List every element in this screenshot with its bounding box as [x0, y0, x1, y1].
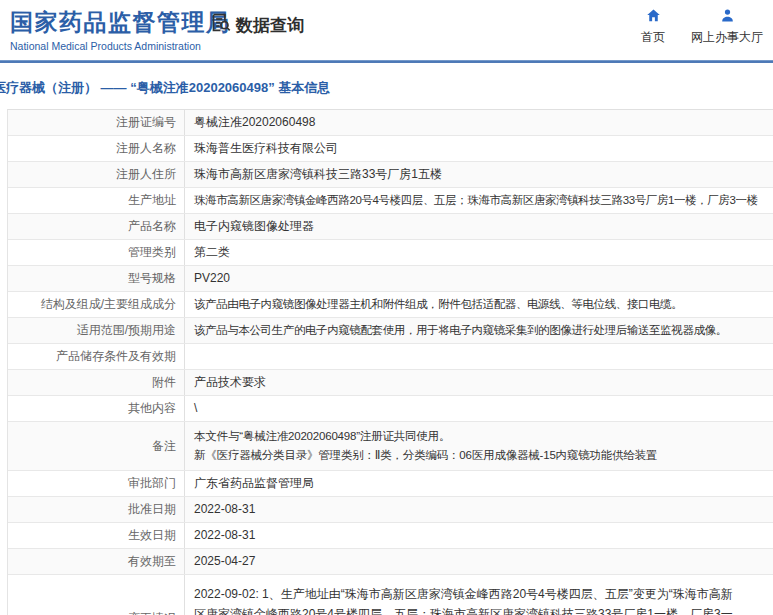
- row-label: 有效期至: [8, 549, 185, 574]
- row-value: 该产品由电子内窥镜图像处理器主机和附件组成，附件包括适配器、电源线、等电位线、接…: [185, 292, 773, 317]
- registration-info-table: 注册证编号 粤械注准20202060498 注册人名称 珠海普生医疗科技有限公司…: [7, 109, 773, 615]
- row-value: 本文件与“粤械注准20202060498”注册证共同使用。 新《医疗器械分类目录…: [185, 422, 773, 470]
- row-value: 珠海普生医疗科技有限公司: [185, 136, 773, 161]
- row-value: 该产品与本公司生产的电子内窥镜配套使用，用于将电子内窥镜采集到的图像进行处理后输…: [185, 318, 773, 343]
- row-label: 生产地址: [8, 188, 185, 213]
- row-value: [185, 344, 773, 369]
- row-label: 注册证编号: [8, 110, 185, 135]
- nav-home-label: 首页: [641, 29, 665, 46]
- row-label: 产品名称: [8, 214, 185, 239]
- header-nav: 首页 网上办事大厅: [641, 8, 763, 46]
- site-header: 国家药品监督管理局 National Medical Products Admi…: [0, 0, 773, 60]
- row-value: 粤械注准20202060498: [185, 110, 773, 135]
- logo-title: 国家药品监督管理局: [10, 7, 231, 38]
- table-row: 批准日期 2022-08-31: [8, 497, 773, 523]
- note-text: 本文件与“粤械注准20202060498”注册证共同使用。 新《医疗器械分类目录…: [194, 427, 657, 465]
- person-icon: [720, 8, 735, 26]
- table-row: 生效日期 2022-08-31: [8, 523, 773, 549]
- row-label: 适用范围/预期用途: [8, 318, 185, 343]
- nav-online-hall[interactable]: 网上办事大厅: [691, 8, 763, 46]
- row-label: 结构及组成/主要组成成分: [8, 292, 185, 317]
- row-value: 2022-09-02: 1、生产地址由“珠海市高新区唐家湾镇金峰西路20号4号楼…: [185, 575, 773, 615]
- nav-home[interactable]: 首页: [641, 8, 665, 46]
- table-row: 变更情况 2022-09-02: 1、生产地址由“珠海市高新区唐家湾镇金峰西路2…: [8, 575, 773, 615]
- table-row: 产品储存条件及有效期: [8, 344, 773, 370]
- table-row: 备注 本文件与“粤械注准20202060498”注册证共同使用。 新《医疗器械分…: [8, 422, 773, 471]
- table-row: 管理类别 第二类: [8, 240, 773, 266]
- table-row: 注册人住所 珠海市高新区唐家湾镇科技三路33号厂房1五楼: [8, 162, 773, 188]
- data-query-label: 数据查询: [236, 14, 304, 37]
- table-row: 结构及组成/主要组成成分 该产品由电子内窥镜图像处理器主机和附件组成，附件包括适…: [8, 292, 773, 318]
- row-label: 批准日期: [8, 497, 185, 522]
- row-value: 第二类: [185, 240, 773, 265]
- row-value: 2022-08-31: [185, 497, 773, 522]
- home-icon: [646, 8, 661, 26]
- table-row: 产品名称 电子内窥镜图像处理器: [8, 214, 773, 240]
- row-value: PV220: [185, 266, 773, 291]
- document-search-icon: [210, 12, 231, 38]
- row-label: 管理类别: [8, 240, 185, 265]
- row-label: 型号规格: [8, 266, 185, 291]
- row-label: 产品储存条件及有效期: [8, 344, 185, 369]
- row-label: 备注: [8, 422, 185, 470]
- row-value: 2022-08-31: [185, 523, 773, 548]
- page-title: 医疗器械（注册） —— “粤械注准20202060498” 基本信息: [0, 79, 773, 97]
- row-value: 珠海市高新区唐家湾镇金峰西路20号4号楼四层、五层；珠海市高新区唐家湾镇科技三路…: [185, 188, 773, 213]
- table-row: 生产地址 珠海市高新区唐家湾镇金峰西路20号4号楼四层、五层；珠海市高新区唐家湾…: [8, 188, 773, 214]
- row-label: 附件: [8, 370, 185, 395]
- row-label: 注册人名称: [8, 136, 185, 161]
- logo-subtitle: National Medical Products Administration: [10, 40, 231, 52]
- row-value: 2025-04-27: [185, 549, 773, 574]
- row-label: 生效日期: [8, 523, 185, 548]
- row-value: 珠海市高新区唐家湾镇科技三路33号厂房1五楼: [185, 162, 773, 187]
- row-value: 广东省药品监督管理局: [185, 471, 773, 496]
- data-query-section[interactable]: 数据查询: [210, 12, 304, 38]
- nav-hall-label: 网上办事大厅: [691, 29, 763, 46]
- table-row: 有效期至 2025-04-27: [8, 549, 773, 575]
- row-value: 产品技术要求: [185, 370, 773, 395]
- table-row: 附件 产品技术要求: [8, 370, 773, 396]
- title-bar: 医疗器械（注册） —— “粤械注准20202060498” 基本信息: [0, 63, 773, 109]
- table-row: 其他内容 \: [8, 396, 773, 422]
- table-row: 审批部门 广东省药品监督管理局: [8, 471, 773, 497]
- row-label: 变更情况: [8, 575, 185, 615]
- table-row: 注册证编号 粤械注准20202060498: [8, 110, 773, 136]
- row-label: 审批部门: [8, 471, 185, 496]
- nmpa-logo[interactable]: 国家药品监督管理局 National Medical Products Admi…: [10, 7, 231, 52]
- row-value: 电子内窥镜图像处理器: [185, 214, 773, 239]
- row-label: 注册人住所: [8, 162, 185, 187]
- table-row: 型号规格 PV220: [8, 266, 773, 292]
- row-value: \: [185, 396, 773, 421]
- row-label: 其他内容: [8, 396, 185, 421]
- table-row: 注册人名称 珠海普生医疗科技有限公司: [8, 136, 773, 162]
- table-row: 适用范围/预期用途 该产品与本公司生产的电子内窥镜配套使用，用于将电子内窥镜采集…: [8, 318, 773, 344]
